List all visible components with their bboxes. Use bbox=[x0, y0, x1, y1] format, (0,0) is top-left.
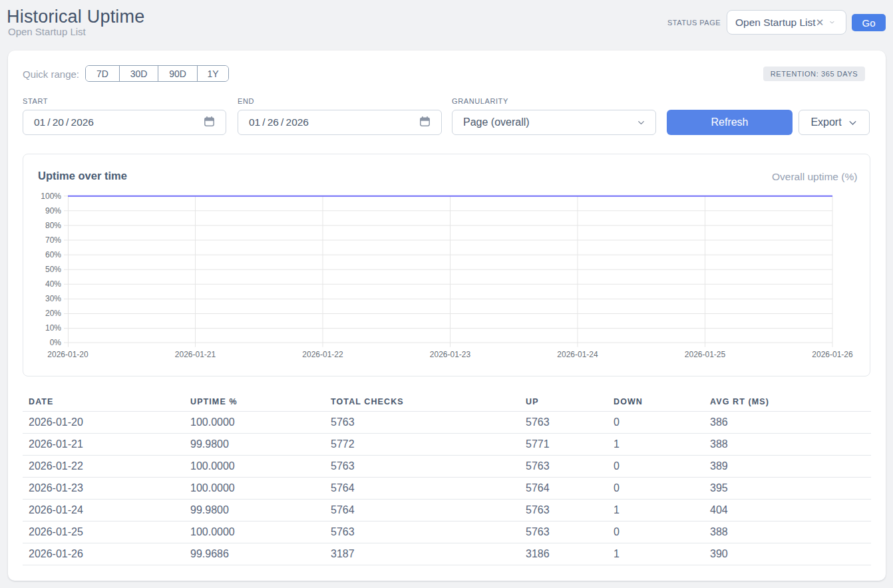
svg-text:70%: 70% bbox=[45, 235, 61, 245]
svg-text:2026-01-26: 2026-01-26 bbox=[812, 350, 853, 359]
svg-text:100%: 100% bbox=[41, 192, 61, 201]
svg-text:2026-01-20: 2026-01-20 bbox=[47, 350, 89, 359]
svg-text:60%: 60% bbox=[45, 250, 61, 259]
svg-text:2026-01-22: 2026-01-22 bbox=[302, 350, 343, 359]
svg-text:50%: 50% bbox=[45, 265, 61, 274]
svg-text:90%: 90% bbox=[45, 206, 61, 216]
svg-text:40%: 40% bbox=[45, 279, 61, 289]
svg-text:2026-01-23: 2026-01-23 bbox=[430, 350, 471, 359]
svg-text:10%: 10% bbox=[45, 323, 61, 333]
svg-text:20%: 20% bbox=[45, 309, 61, 318]
svg-text:30%: 30% bbox=[45, 294, 61, 303]
svg-text:2026-01-21: 2026-01-21 bbox=[175, 350, 216, 359]
svg-text:2026-01-24: 2026-01-24 bbox=[557, 350, 598, 359]
svg-text:0%: 0% bbox=[50, 338, 62, 347]
svg-text:2026-01-25: 2026-01-25 bbox=[685, 350, 726, 359]
svg-text:80%: 80% bbox=[45, 221, 61, 230]
